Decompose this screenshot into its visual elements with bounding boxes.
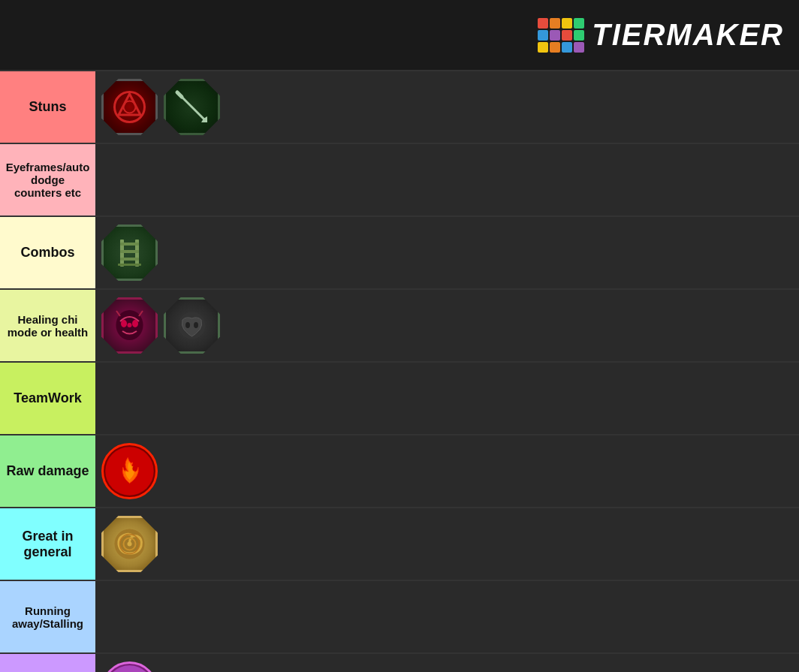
svg-line-15 [116,311,120,316]
svg-point-17 [128,323,132,327]
great-icon-1[interactable] [101,516,158,572]
tier-content-eyeframes [95,144,799,215]
tier-label-nouse: No real use / Bad in general [0,654,95,672]
tier-row-great: Great in general [0,508,799,581]
logo-cell [574,30,584,41]
tier-label-eyeframes: Eyeframes/auto dodge counters etc [0,144,95,215]
svg-rect-9 [120,250,139,253]
tier-label-running: Running away/Stalling [0,581,95,652]
logo-text: TiERMAKER [592,18,784,52]
tier-content-healing [95,290,799,361]
tier-label-healing: Healing chi mode or health [0,290,95,361]
logo-cell [574,42,584,53]
logo-cell [574,18,584,29]
tier-row-nouse: No real use / Bad in general [0,654,799,672]
logo-cell [562,42,572,53]
tier-label-teamwork: TeamWork [0,363,95,434]
tier-label-stuns: Stuns [0,71,95,143]
logo-cell [550,18,560,29]
logo-cell [550,30,560,41]
logo-cell [562,18,572,29]
logo-cell [562,30,572,41]
stuns-icon-2[interactable] [164,79,220,135]
logo-cell [550,42,560,53]
tier-content-great [95,508,799,580]
tier-content-teamwork [95,363,799,434]
svg-point-13 [121,320,127,327]
logo-grid [538,18,584,53]
svg-rect-10 [120,258,139,261]
logo-cell [538,30,548,41]
tier-label-combos: Combos [0,217,95,288]
tier-row-eyeframes: Eyeframes/auto dodge counters etc [0,144,799,217]
tier-row-healing: Healing chi mode or health [0,290,799,363]
tier-content-nouse [95,654,799,672]
svg-line-16 [139,311,143,316]
heal-icon-1[interactable] [101,297,158,354]
svg-rect-11 [118,264,141,266]
tier-content-running [95,581,799,652]
tier-content-raw [95,435,799,507]
tier-content-combos [95,217,799,288]
tier-row-combos: Combos [0,217,799,290]
svg-point-19 [185,322,190,328]
logo-cell [538,18,548,29]
nouse-icon-1[interactable] [101,661,158,672]
svg-point-2 [124,101,136,113]
svg-point-20 [194,322,198,328]
stuns-icon-1[interactable] [101,79,158,135]
svg-point-23 [128,542,132,547]
tier-row-running: Running away/Stalling [0,581,799,654]
svg-point-26 [105,665,153,672]
tier-row-teamwork: TeamWork [0,363,799,435]
raw-icon-1[interactable] [101,443,158,499]
combos-icon-1[interactable] [101,225,158,281]
svg-point-0 [115,92,145,122]
svg-rect-8 [120,243,139,246]
tier-label-great: Great in general [0,508,95,580]
svg-line-4 [177,92,182,97]
svg-marker-1 [119,94,140,115]
tier-row-raw: Raw damage [0,435,799,508]
header: TiERMAKER [0,0,799,71]
tiermaker-logo: TiERMAKER [538,18,784,53]
tier-content-stuns [95,71,799,143]
svg-point-14 [132,320,138,327]
tier-label-raw: Raw damage [0,435,95,507]
tier-list: TiERMAKER Stuns [0,0,799,672]
heal-icon-2[interactable] [164,297,220,354]
tier-row-stuns: Stuns [0,71,799,144]
logo-cell [538,42,548,53]
